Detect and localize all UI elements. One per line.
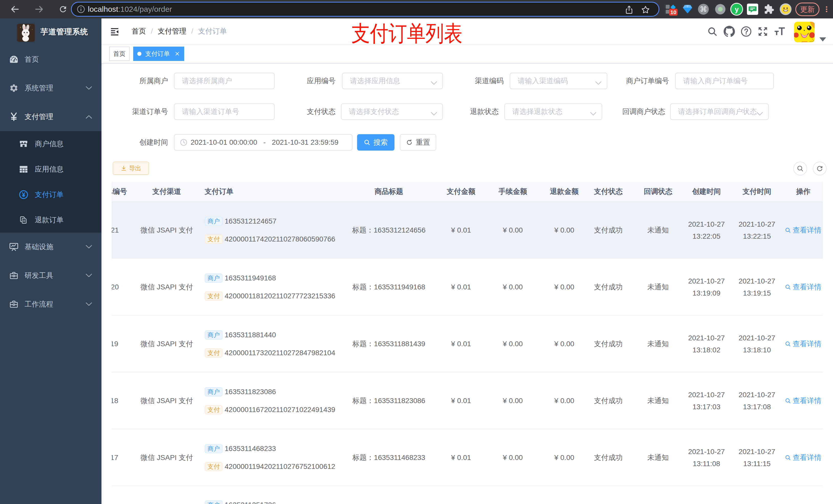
- bookmark-star-icon[interactable]: [641, 5, 650, 16]
- view-detail-label: 查看详情: [793, 225, 822, 235]
- merchant-tag: 商户: [205, 330, 222, 340]
- download-icon: [121, 165, 127, 171]
- sidebar-item-首页[interactable]: 首页: [0, 45, 101, 74]
- sidebar-item-研发工具[interactable]: 研发工具: [0, 261, 101, 290]
- filter-input-商户订单编号[interactable]: 请输入商户订单编号: [675, 73, 774, 89]
- sidebar-item-应用信息[interactable]: 应用信息: [0, 157, 101, 182]
- merchant-order-no: 1635312124657: [224, 217, 277, 225]
- reset-button[interactable]: 重置: [400, 134, 436, 150]
- sidebar-item-label: 应用信息: [35, 157, 64, 182]
- date-range-input[interactable]: 2021-10-01 00:00:00 - 2021-10-31 23:59:5…: [174, 134, 353, 150]
- tab-close-icon[interactable]: [174, 51, 180, 56]
- column-header-操作: 操作: [701, 182, 823, 201]
- help-icon[interactable]: [740, 19, 752, 45]
- search-button-icon: [364, 139, 371, 146]
- cell-action: 查看详情: [752, 315, 823, 373]
- sidebar-item-工作流程[interactable]: 工作流程: [0, 290, 101, 318]
- caret-down-icon[interactable]: [818, 26, 828, 52]
- view-detail-link[interactable]: 查看详情: [785, 396, 822, 406]
- app-title: 芋道管理系统: [41, 19, 88, 45]
- address-bar[interactable]: localhost:1024/pay/order: [71, 2, 659, 17]
- tab-label: 首页: [113, 50, 125, 58]
- sidebar-item-label: 商户信息: [35, 131, 64, 157]
- filter-input-回调商户状态[interactable]: 请选择订单回调商户状态: [670, 103, 769, 120]
- font-size-icon[interactable]: [773, 19, 786, 45]
- sidebar: 芋道管理系统 首页系统管理支付管理商户信息应用信息支付订单退款订单基础设施研发工…: [0, 19, 101, 504]
- pay-tag: 支付: [205, 462, 222, 471]
- app-logo[interactable]: [17, 24, 35, 42]
- browser-reload-icon[interactable]: [58, 0, 68, 19]
- extensions-puzzle-icon[interactable]: [762, 0, 776, 19]
- tab-支付订单[interactable]: 支付订单: [133, 47, 184, 61]
- active-tab-dot: [137, 52, 141, 56]
- breadcrumb-item[interactable]: 支付管理: [158, 26, 187, 36]
- extension-vue-icon[interactable]: y: [730, 0, 744, 19]
- browser-menu-kebab-icon[interactable]: [823, 0, 830, 19]
- date-end-value[interactable]: 2021-10-31 23:59:59: [272, 138, 338, 146]
- merchant-order-no: 1635311351726: [224, 501, 276, 504]
- table-row[interactable]: 121微信 JSAPI 支付商户1635312124657支付420000117…: [112, 202, 823, 259]
- breadcrumb-item[interactable]: 首页: [132, 26, 146, 36]
- show-search-toggle-button[interactable]: [793, 162, 807, 175]
- placeholder-text: 请输入渠道编码: [518, 76, 568, 86]
- extension-command-icon[interactable]: ⌘: [697, 0, 710, 19]
- page-info-icon[interactable]: [77, 5, 85, 14]
- browser-back-icon[interactable]: [10, 0, 20, 19]
- reset-refresh-icon: [406, 139, 413, 146]
- export-button[interactable]: 导出: [113, 162, 149, 175]
- extension-record-icon[interactable]: [714, 0, 727, 19]
- sidebar-item-支付管理[interactable]: 支付管理: [0, 102, 101, 131]
- merchant-order-line: 商户1635311468233: [205, 444, 276, 453]
- breadcrumb-separator: /: [191, 27, 193, 35]
- sidebar-item-退款订单[interactable]: 退款订单: [0, 207, 101, 233]
- view-detail-link[interactable]: 查看详情: [785, 453, 822, 462]
- hamburger-icon[interactable]: [111, 28, 119, 35]
- extension-blocks-icon[interactable]: 10: [664, 0, 677, 19]
- browser-profile-avatar[interactable]: [779, 0, 792, 19]
- pay-tag: 支付: [205, 291, 222, 301]
- devtools-icon: [9, 270, 19, 281]
- table-row[interactable]: 119微信 JSAPI 支付商户1635311881440支付420000117…: [112, 315, 823, 373]
- view-detail-link[interactable]: 查看详情: [785, 339, 822, 349]
- view-detail-link[interactable]: 查看详情: [785, 282, 822, 292]
- placeholder-text: 请选择所属商户: [182, 76, 232, 86]
- table-row[interactable]: 120微信 JSAPI 支付商户1635311949168支付420000118…: [112, 259, 823, 315]
- filter-label-create-time: 创建时间: [130, 134, 168, 150]
- table-row[interactable]: 117微信 JSAPI 支付商户1635311468233支付420000119…: [112, 429, 823, 486]
- user-avatar[interactable]: [794, 22, 814, 42]
- date-start-value[interactable]: 2021-10-01 00:00:00: [191, 138, 257, 146]
- sidebar-item-label: 支付管理: [25, 102, 53, 131]
- breadcrumb-separator: /: [151, 27, 153, 35]
- browser-update-button[interactable]: 更新: [795, 3, 819, 16]
- column-header-支付渠道: 支付渠道: [112, 182, 269, 201]
- sidebar-item-label: 研发工具: [25, 261, 53, 290]
- browser-forward-icon[interactable]: [34, 0, 44, 19]
- table-row[interactable]: 118微信 JSAPI 支付商户1635311823086支付420000116…: [112, 373, 823, 429]
- chevron-down-icon: [86, 273, 92, 278]
- url-text: localhost:1024/pay/order: [88, 5, 172, 14]
- github-icon[interactable]: [723, 19, 735, 45]
- pay-tag: 支付: [205, 405, 222, 414]
- extension-gem-icon[interactable]: [681, 0, 694, 19]
- fullscreen-icon[interactable]: [757, 19, 769, 45]
- table-row[interactable]: 116商户1635311351726: [112, 486, 823, 504]
- app-grid-icon: [19, 164, 29, 174]
- refresh-table-button[interactable]: [813, 162, 827, 175]
- extension-chat-icon[interactable]: [746, 0, 759, 19]
- header-search-icon[interactable]: [707, 19, 718, 45]
- breadcrumb: 首页/支付管理/支付订单: [132, 19, 227, 44]
- sidebar-item-基础设施[interactable]: 基础设施: [0, 233, 101, 261]
- pay-tag: 支付: [205, 235, 222, 244]
- merchant-tag: 商户: [205, 444, 222, 453]
- cell-action: 查看详情: [752, 373, 823, 429]
- extension-badge: 10: [669, 9, 677, 16]
- view-detail-link[interactable]: 查看详情: [785, 225, 822, 235]
- search-button[interactable]: 搜索: [357, 134, 395, 150]
- sidebar-item-商户信息[interactable]: 商户信息: [0, 131, 101, 157]
- tab-首页[interactable]: 首页: [109, 47, 129, 61]
- yen-icon: [9, 112, 19, 122]
- share-icon[interactable]: [624, 5, 634, 16]
- view-detail-icon: [785, 398, 791, 404]
- sidebar-item-系统管理[interactable]: 系统管理: [0, 74, 101, 102]
- sidebar-item-支付订单[interactable]: 支付订单: [0, 182, 101, 207]
